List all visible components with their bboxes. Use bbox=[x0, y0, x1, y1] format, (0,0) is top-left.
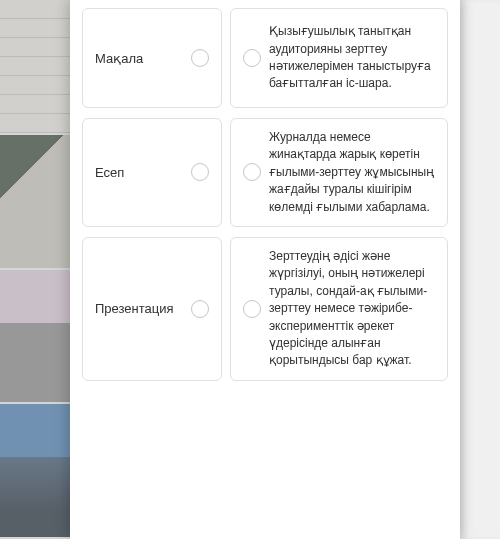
connector-dot-right[interactable] bbox=[243, 163, 261, 181]
matching-grid: Мақала Қызығушылық танытқан аудиторияны … bbox=[82, 8, 448, 381]
left-term-card[interactable]: Мақала bbox=[82, 8, 222, 108]
match-row: Есеп Журналда немесе жинақтарда жарық кө… bbox=[82, 118, 448, 227]
match-row: Мақала Қызығушылық танытқан аудиторияны … bbox=[82, 8, 448, 108]
connector-dot-right[interactable] bbox=[243, 300, 261, 318]
right-definition-card[interactable]: Зерттеудің әдісі және жүргізілуі, оның н… bbox=[230, 237, 448, 381]
right-definition-card[interactable]: Журналда немесе жинақтарда жарық көретін… bbox=[230, 118, 448, 227]
right-definition-text: Қызығушылық танытқан аудиторияны зерттеу… bbox=[269, 23, 435, 93]
left-term-label: Мақала bbox=[95, 51, 191, 66]
left-term-card[interactable]: Есеп bbox=[82, 118, 222, 227]
match-row: Презентация Зерттеудің әдісі және жүргіз… bbox=[82, 237, 448, 381]
right-definition-text: Зерттеудің әдісі және жүргізілуі, оның н… bbox=[269, 248, 435, 370]
left-term-label: Есеп bbox=[95, 165, 191, 180]
left-term-card[interactable]: Презентация bbox=[82, 237, 222, 381]
left-term-label: Презентация bbox=[95, 301, 191, 316]
right-definition-text: Журналда немесе жинақтарда жарық көретін… bbox=[269, 129, 435, 216]
right-definition-card[interactable]: Қызығушылық танытқан аудиторияны зерттеу… bbox=[230, 8, 448, 108]
right-edge bbox=[460, 0, 500, 539]
connector-dot-left[interactable] bbox=[191, 49, 209, 67]
connector-dot-left[interactable] bbox=[191, 300, 209, 318]
matching-modal: Мақала Қызығушылық танытқан аудиторияны … bbox=[70, 0, 460, 539]
connector-dot-left[interactable] bbox=[191, 163, 209, 181]
connector-dot-right[interactable] bbox=[243, 49, 261, 67]
